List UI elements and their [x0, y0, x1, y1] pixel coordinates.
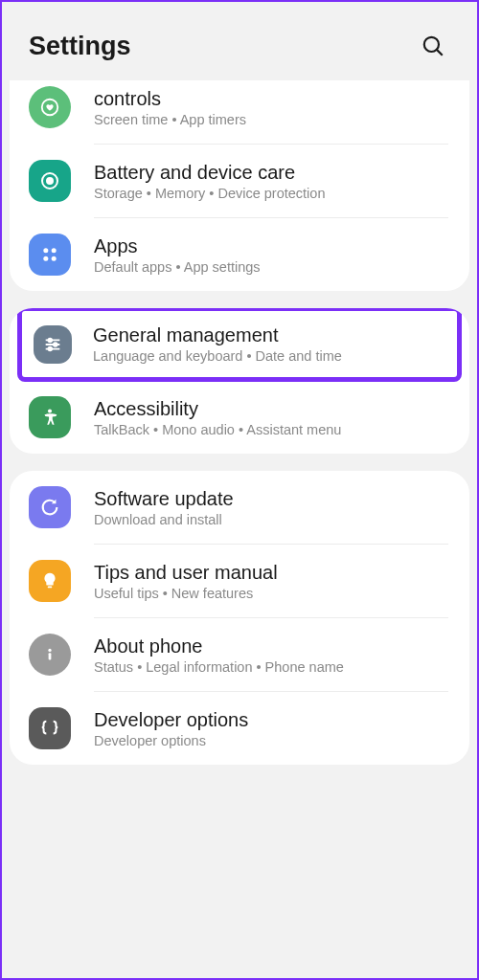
item-subtitle: Storage • Memory • Device protection: [94, 186, 448, 201]
item-subtitle: Download and install: [94, 512, 448, 527]
item-subtitle: Useful tips • New features: [94, 586, 448, 601]
svg-point-14: [48, 346, 52, 350]
settings-item-developer-options[interactable]: Developer options Developer options: [10, 692, 469, 765]
settings-group: controls Screen time • App timers Batter…: [10, 80, 469, 291]
item-title: Accessibility: [94, 398, 448, 420]
settings-item-general-management[interactable]: General management Language and keyboard…: [17, 308, 462, 382]
svg-point-6: [52, 248, 57, 253]
grid-dots-icon: [29, 234, 71, 276]
search-icon: [421, 33, 445, 58]
svg-point-0: [424, 37, 439, 52]
item-title: Developer options: [94, 709, 448, 731]
settings-group: General management Language and keyboard…: [10, 308, 469, 454]
settings-item-apps[interactable]: Apps Default apps • App settings: [10, 218, 469, 291]
svg-line-1: [437, 50, 443, 56]
item-title: General management: [93, 324, 445, 346]
heart-circle-icon: [29, 86, 71, 128]
settings-item-controls[interactable]: controls Screen time • App timers: [10, 80, 469, 144]
page-title: Settings: [29, 32, 131, 61]
item-subtitle: Developer options: [94, 733, 448, 748]
item-subtitle: Default apps • App settings: [94, 259, 448, 275]
item-text: Apps Default apps • App settings: [94, 235, 448, 275]
item-text: Developer options Developer options: [94, 709, 448, 748]
item-title: Battery and device care: [94, 162, 448, 184]
item-text: Accessibility TalkBack • Mono audio • As…: [94, 398, 448, 437]
svg-rect-18: [49, 653, 52, 659]
svg-point-17: [48, 649, 51, 652]
item-title: Apps: [94, 235, 448, 257]
header: Settings: [2, 2, 477, 80]
item-subtitle: Language and keyboard • Date and time: [93, 348, 445, 364]
item-text: Battery and device care Storage • Memory…: [94, 162, 448, 201]
settings-item-accessibility[interactable]: Accessibility TalkBack • Mono audio • As…: [10, 381, 469, 454]
refresh-icon: [29, 486, 71, 528]
item-title: Software update: [94, 488, 448, 510]
braces-icon: [29, 707, 71, 749]
item-subtitle: TalkBack • Mono audio • Assistant menu: [94, 422, 448, 437]
item-text: Software update Download and install: [94, 488, 448, 527]
item-title: About phone: [94, 635, 448, 657]
svg-point-10: [48, 338, 52, 342]
bulb-icon: [29, 560, 71, 602]
svg-point-5: [43, 248, 48, 253]
item-title: controls: [94, 88, 448, 110]
settings-item-tips[interactable]: Tips and user manual Useful tips • New f…: [10, 545, 469, 617]
svg-rect-16: [48, 587, 53, 589]
item-subtitle: Status • Legal information • Phone name: [94, 659, 448, 675]
svg-point-15: [48, 410, 52, 413]
item-text: controls Screen time • App timers: [94, 88, 448, 127]
item-title: Tips and user manual: [94, 562, 448, 584]
item-text: Tips and user manual Useful tips • New f…: [94, 562, 448, 601]
sliders-icon: [34, 325, 72, 364]
settings-item-battery[interactable]: Battery and device care Storage • Memory…: [10, 145, 469, 217]
settings-group: Software update Download and install Tip…: [10, 471, 469, 765]
care-circle-icon: [29, 160, 71, 202]
settings-item-software-update[interactable]: Software update Download and install: [10, 471, 469, 544]
svg-point-4: [47, 178, 53, 184]
search-button[interactable]: [416, 29, 450, 63]
settings-item-about-phone[interactable]: About phone Status • Legal information •…: [10, 618, 469, 691]
svg-point-8: [52, 256, 57, 261]
person-icon: [29, 396, 71, 438]
item-subtitle: Screen time • App timers: [94, 112, 448, 127]
svg-point-7: [43, 256, 48, 261]
info-icon: [29, 634, 71, 676]
item-text: General management Language and keyboard…: [93, 324, 445, 364]
svg-point-12: [54, 343, 57, 346]
item-text: About phone Status • Legal information •…: [94, 635, 448, 675]
